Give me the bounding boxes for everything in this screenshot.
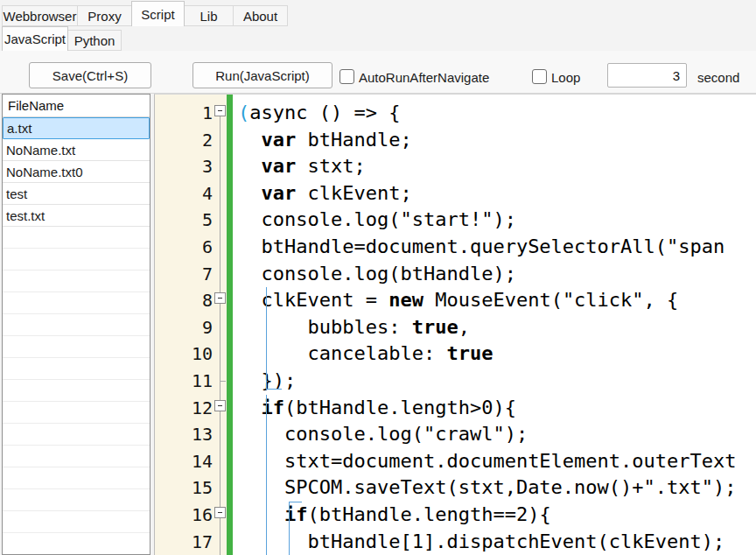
- code-line[interactable]: 13 console.log("crawl");: [155, 421, 756, 448]
- file-row[interactable]: test: [3, 183, 150, 205]
- tab-proxy[interactable]: Proxy: [77, 5, 132, 26]
- line-number: 14: [155, 448, 214, 475]
- toolbar: Save(Ctrl+S) Run(JavaScript) AutoRunAfte…: [0, 51, 756, 94]
- interval-unit-label: second: [697, 70, 739, 85]
- code-text: btHandle=document.querySelectorAll("span: [227, 234, 756, 261]
- line-number: 11: [155, 368, 214, 395]
- fold-margin: [214, 287, 227, 314]
- fold-end-tick: [220, 381, 226, 382]
- code-line[interactable]: 6 btHandle=document.querySelectorAll("sp…: [155, 234, 756, 261]
- file-row-empty: [3, 358, 150, 380]
- code-line[interactable]: 8 clkEvent = new MouseEvent("click", {: [155, 287, 756, 314]
- line-number: 8: [155, 287, 214, 314]
- file-list: a.txtNoName.txtNoName.txt0testtest.txt: [3, 117, 150, 555]
- code-line[interactable]: 4 var clkEvent;: [155, 180, 756, 207]
- code-text: cancelable: true: [227, 341, 756, 368]
- fold-margin: [214, 368, 227, 395]
- fold-margin: [214, 127, 227, 154]
- line-number: 7: [155, 261, 214, 288]
- code-line[interactable]: 12 if(btHandle.length>0){: [155, 395, 756, 422]
- file-row-selected[interactable]: a.txt: [3, 117, 150, 139]
- file-row-empty: [3, 533, 150, 555]
- file-row-empty: [3, 402, 150, 424]
- file-row-empty: [3, 467, 150, 489]
- tab-webbrowser[interactable]: Webbrowser: [2, 5, 78, 26]
- brace-match-guide: [266, 287, 282, 390]
- code-line[interactable]: 17 btHandle[1].dispatchEvent(clkEvent);: [155, 529, 756, 555]
- code-text: console.log("crawl");: [227, 421, 756, 448]
- file-row-empty: [3, 511, 150, 533]
- code-line[interactable]: 2 var btHandle;: [155, 127, 756, 154]
- fold-margin: [214, 261, 227, 288]
- code-line[interactable]: 9 bubbles: true,: [155, 314, 756, 341]
- fold-margin: [214, 529, 227, 555]
- file-list-panel: FileName a.txtNoName.txtNoName.txt0testt…: [2, 94, 150, 555]
- file-row-empty: [3, 292, 150, 314]
- fold-margin: [214, 341, 227, 368]
- lang-tab-python[interactable]: Python: [67, 30, 122, 51]
- indent-guide: [289, 502, 302, 555]
- line-number: 5: [155, 207, 214, 234]
- file-row-empty: [3, 489, 150, 511]
- code-line[interactable]: 1(async () => {: [155, 100, 756, 127]
- fold-toggle-icon[interactable]: [214, 507, 226, 518]
- code-line[interactable]: 3 var stxt;: [155, 153, 756, 180]
- fold-margin: [214, 448, 227, 475]
- line-number: 9: [155, 314, 214, 341]
- code-lines: 1(async () => {2 var btHandle;3 var stxt…: [155, 100, 756, 555]
- fold-margin: [214, 474, 227, 502]
- line-number: 6: [155, 234, 214, 261]
- interval-input[interactable]: [607, 63, 687, 88]
- code-text: if(btHandle.length==2){: [227, 502, 756, 529]
- fold-toggle-icon[interactable]: [214, 105, 226, 116]
- code-line[interactable]: 14 stxt=document.documentElement.outerTe…: [155, 448, 756, 475]
- file-list-header: FileName: [3, 95, 150, 117]
- code-text: });: [227, 368, 756, 395]
- fold-margin: [214, 421, 227, 448]
- code-editor[interactable]: 1(async () => {2 var btHandle;3 var stxt…: [154, 94, 756, 555]
- code-text: var stxt;: [227, 153, 756, 180]
- code-line[interactable]: 15 SPCOM.saveText(stxt,Date.now()+".txt"…: [155, 474, 756, 502]
- code-text: (async () => {: [227, 100, 756, 127]
- lang-tab-javascript[interactable]: JavaScript: [2, 26, 68, 51]
- code-text: console.log("start!");: [227, 207, 756, 234]
- file-row-empty: [3, 380, 150, 402]
- line-number: 10: [155, 341, 214, 368]
- tab-about[interactable]: About: [233, 5, 288, 26]
- tab-lib[interactable]: Lib: [184, 5, 234, 26]
- line-number: 16: [155, 502, 214, 529]
- line-number: 12: [155, 395, 214, 422]
- fold-toggle-icon[interactable]: [214, 292, 226, 304]
- code-line[interactable]: 11 });: [155, 368, 756, 395]
- loop-checkbox[interactable]: [532, 69, 547, 84]
- code-line[interactable]: 16 if(btHandle.length==2){: [155, 502, 756, 529]
- line-number: 3: [155, 153, 214, 180]
- save-button[interactable]: Save(Ctrl+S): [29, 62, 151, 88]
- code-line[interactable]: 7 console.log(btHandle);: [155, 261, 756, 288]
- line-number: 1: [155, 100, 214, 127]
- code-text: bubbles: true,: [227, 314, 756, 341]
- file-row[interactable]: test.txt: [3, 205, 150, 227]
- fold-margin: [214, 502, 227, 529]
- line-number: 4: [155, 180, 214, 207]
- autorun-checkbox[interactable]: [340, 69, 354, 84]
- run-button[interactable]: Run(JavaScript): [192, 62, 332, 88]
- file-row-empty: [3, 424, 150, 446]
- code-line[interactable]: 5 console.log("start!");: [155, 207, 756, 234]
- code-text: var clkEvent;: [227, 180, 756, 207]
- fold-margin: [214, 207, 227, 234]
- fold-margin: [214, 234, 227, 261]
- autorun-checkbox-label: AutoRunAfterNavigate: [359, 70, 489, 85]
- fold-margin: [214, 180, 227, 207]
- fold-margin: [214, 314, 227, 341]
- fold-toggle-icon[interactable]: [214, 400, 226, 411]
- tab-script[interactable]: Script: [131, 1, 185, 26]
- code-text: btHandle[1].dispatchEvent(clkEvent);: [227, 529, 756, 555]
- file-row-empty: [3, 336, 150, 358]
- file-row[interactable]: NoName.txt0: [3, 161, 150, 183]
- code-line[interactable]: 10 cancelable: true: [155, 341, 756, 368]
- file-row[interactable]: NoName.txt: [3, 139, 150, 161]
- code-text: clkEvent = new MouseEvent("click", {: [227, 287, 756, 314]
- fold-margin: [214, 100, 227, 127]
- file-row-empty: [3, 314, 150, 336]
